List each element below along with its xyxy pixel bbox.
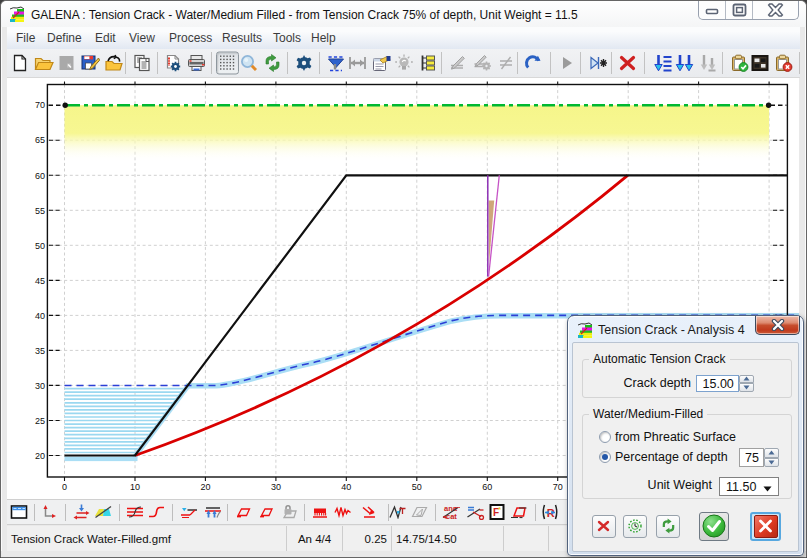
svg-text:40: 40 bbox=[341, 482, 351, 492]
svg-text:70: 70 bbox=[553, 482, 563, 492]
svg-text:25: 25 bbox=[35, 416, 45, 426]
svg-text:30: 30 bbox=[271, 482, 281, 492]
svg-text:60: 60 bbox=[35, 171, 45, 181]
svg-text:30: 30 bbox=[35, 381, 45, 391]
svg-text:45: 45 bbox=[35, 276, 45, 286]
svg-text:55: 55 bbox=[35, 206, 45, 216]
svg-text:65: 65 bbox=[35, 135, 45, 145]
svg-text:10: 10 bbox=[130, 482, 140, 492]
svg-text:60: 60 bbox=[482, 482, 492, 492]
svg-text:70: 70 bbox=[35, 100, 45, 110]
svg-text:20: 20 bbox=[200, 482, 210, 492]
svg-text:20: 20 bbox=[35, 451, 45, 461]
svg-text:40: 40 bbox=[35, 311, 45, 321]
svg-text:0: 0 bbox=[62, 482, 67, 492]
svg-text:50: 50 bbox=[35, 241, 45, 251]
svg-text:cat: cat bbox=[446, 512, 457, 521]
svg-text:50: 50 bbox=[412, 482, 422, 492]
svg-text:35: 35 bbox=[35, 346, 45, 356]
